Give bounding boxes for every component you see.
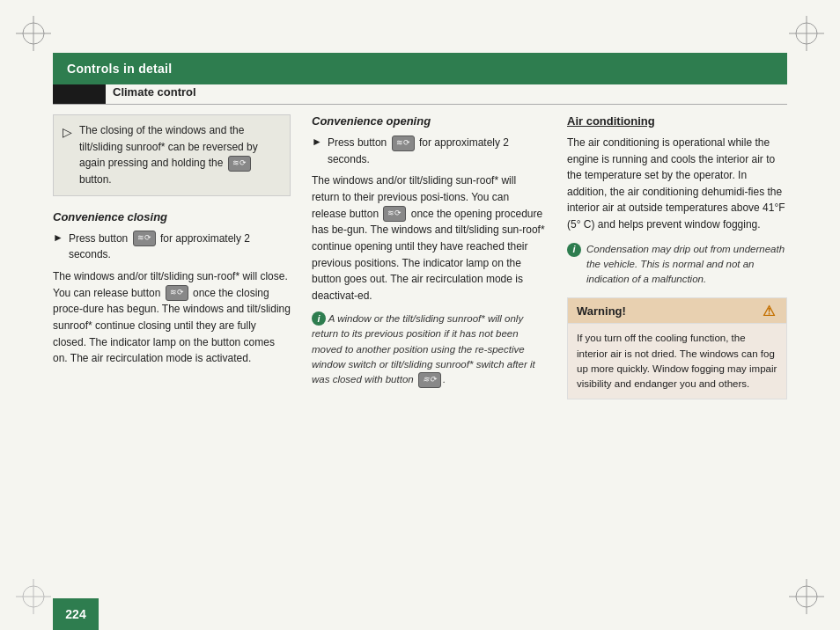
warning-box: Warning! ⚠ If you turn off the cooling f… xyxy=(567,297,787,399)
button-icon-open: ≋⟳ xyxy=(392,136,415,151)
air-conditioning-body: The air conditioning is operational whil… xyxy=(567,135,787,233)
crosshair-br xyxy=(789,579,824,614)
note-arrow-icon: ▷ xyxy=(63,123,72,188)
header-bar: Controls in detail xyxy=(53,53,787,84)
crosshair-tl xyxy=(16,16,51,51)
mid-italic-note: i A window or the tilt/sliding sunroof* … xyxy=(312,311,546,387)
page-number: 224 xyxy=(65,607,85,621)
convenience-opening-bullet-text: Press button ≋⟳ for approximately 2 seco… xyxy=(328,135,546,167)
button-icon-close2: ≋⟳ xyxy=(166,285,188,301)
convenience-closing-bullet-text: Press button ≋⟳ for approximately 2 seco… xyxy=(69,231,291,263)
convenience-opening-heading: Convenience opening xyxy=(312,114,546,128)
convenience-closing-heading: Convenience closing xyxy=(53,210,291,223)
note-box: ▷ The closing of the windows and the til… xyxy=(53,114,291,196)
right-column: Air conditioning The air conditioning is… xyxy=(564,114,787,568)
mid-column: Convenience opening ► Press button ≋⟳ fo… xyxy=(308,114,564,568)
page-number-box: 224 xyxy=(53,598,99,630)
air-conditioning-info-note: i Condensation may drip out from underne… xyxy=(567,242,787,288)
subtitle-line xyxy=(53,104,787,105)
crosshair-tr xyxy=(789,16,824,51)
info-icon-mid: i xyxy=(312,311,326,326)
section-subtitle: Climate control xyxy=(113,85,196,99)
info-icon-right: i xyxy=(567,243,581,257)
button-icon-italic: ≋⟳ xyxy=(418,372,441,388)
warning-body-text: If you turn off the cooling function, th… xyxy=(568,324,786,399)
convenience-closing-bullet: ► Press button ≋⟳ for approximately 2 se… xyxy=(53,231,291,263)
convenience-closing-body: The windows and/or tilt/sliding sun-roof… xyxy=(53,268,291,367)
convenience-opening-body: The windows and/or tilt/sliding sun-roof… xyxy=(312,172,546,304)
mid-italic-note-text: A window or the tilt/sliding sunroof* wi… xyxy=(312,313,535,385)
warning-triangle-icon: ⚠ xyxy=(760,303,777,319)
button-icon-open2: ≋⟳ xyxy=(383,206,406,222)
bullet-arrow-open-icon: ► xyxy=(312,136,322,148)
content-area: ▷ The closing of the windows and the til… xyxy=(53,114,787,568)
crosshair-bl xyxy=(16,579,51,614)
black-bar xyxy=(53,84,106,104)
button-icon-note: ≋⟳ xyxy=(228,156,251,172)
convenience-opening-bullet: ► Press button ≋⟳ for approximately 2 se… xyxy=(312,135,546,167)
air-conditioning-info-text: Condensation may drip out from underneat… xyxy=(586,242,787,288)
bullet-arrow-icon: ► xyxy=(53,231,63,244)
left-column: ▷ The closing of the windows and the til… xyxy=(53,114,308,568)
header-title: Controls in detail xyxy=(67,62,172,76)
warning-header: Warning! ⚠ xyxy=(568,298,786,324)
warning-label: Warning! xyxy=(577,304,626,318)
note-box-text: The closing of the windows and the tilt/… xyxy=(79,122,281,188)
air-conditioning-heading: Air conditioning xyxy=(567,114,787,128)
button-icon-close: ≋⟳ xyxy=(133,231,156,246)
